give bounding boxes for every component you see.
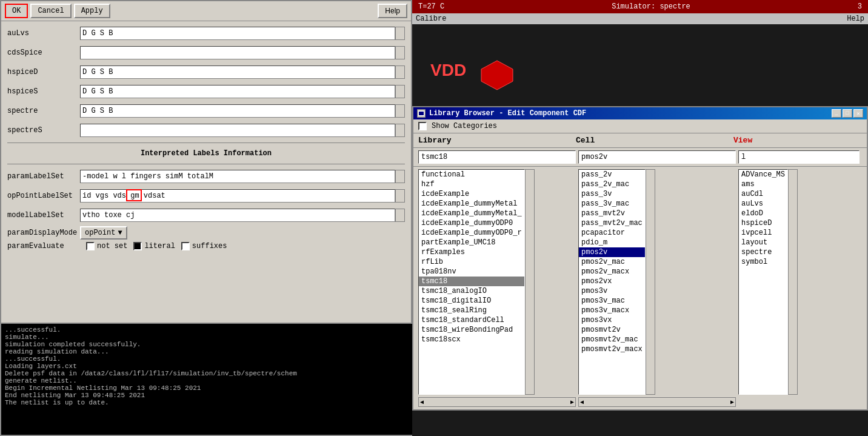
list-item[interactable]: hspiceD: [739, 218, 787, 228]
list-item[interactable]: hzf: [419, 179, 524, 189]
list-item[interactable]: pass_mvt2v: [579, 209, 645, 218]
list-item[interactable]: pmos3v: [579, 286, 645, 296]
list-item[interactable]: symbol: [739, 257, 787, 267]
list-item[interactable]: tsmc18scx: [419, 335, 524, 344]
list-item[interactable]: pmos2v_mac: [579, 257, 645, 267]
cdsspice-input[interactable]: [80, 46, 395, 59]
aulus-input[interactable]: [80, 27, 395, 40]
list-item[interactable]: functional: [419, 170, 524, 179]
lib-browser-toolbar: Show Categories: [413, 119, 867, 133]
list-item[interactable]: ADVance_MS: [739, 170, 787, 179]
list-item[interactable]: pmos2vx: [579, 277, 645, 286]
close-button[interactable]: ✕: [853, 109, 863, 118]
view-scrollbar[interactable]: [788, 169, 798, 395]
cell-bottom-scroll[interactable]: ◀ ▶: [578, 397, 736, 407]
oppoint-scrollbar: [395, 189, 405, 203]
list-item[interactable]: pass_3v: [579, 189, 645, 199]
help-button[interactable]: Help: [378, 4, 407, 18]
list-item[interactable]: tsmc18_standardCell: [419, 315, 524, 325]
lib-browser-header: Library Cell View: [413, 133, 867, 148]
list-item[interactable]: tpa018nv: [419, 267, 524, 277]
minimize-button[interactable]: _: [832, 109, 841, 118]
list-item[interactable]: tsmc18_wireBondingPad: [419, 325, 524, 335]
list-item[interactable]: eldoD: [739, 209, 787, 218]
list-item[interactable]: icdeExample_dummyMetal_: [419, 209, 524, 218]
ok-button[interactable]: OK: [5, 4, 28, 18]
spectres-input[interactable]: [80, 124, 395, 137]
library-list: functional hzf icdeExample icdeExample_d…: [418, 169, 525, 395]
list-item[interactable]: pass_2v_mac: [579, 179, 645, 189]
cancel-button[interactable]: Cancel: [30, 4, 71, 18]
help-menu-item[interactable]: Help: [847, 15, 864, 23]
cdsspice-scrollbar: [395, 46, 405, 59]
list-item[interactable]: ams: [739, 179, 787, 189]
titlebar-icon: [417, 109, 426, 118]
list-item[interactable]: pass_2v: [579, 170, 645, 179]
hspices-input[interactable]: [80, 85, 395, 98]
list-item[interactable]: pmos3vx: [579, 315, 645, 325]
list-item[interactable]: auCdl: [739, 189, 787, 199]
not-set-label: not set: [97, 242, 127, 250]
paramdisplaymode-dropdown[interactable]: opPoint ▼: [80, 226, 127, 240]
maximize-icon: □: [846, 110, 849, 116]
calibre-menu-item[interactable]: Calibre: [416, 15, 446, 23]
list-item[interactable]: tsmc18_analogIO: [419, 286, 524, 296]
right-topbar: T=27 C Simulator: spectre 3: [412, 0, 868, 13]
aulus-scrollbar: [395, 27, 405, 40]
list-item[interactable]: pass_3v_mac: [579, 199, 645, 209]
list-item[interactable]: pass_mvt2v_mac: [579, 218, 645, 228]
paramlabelset-input[interactable]: [80, 170, 395, 183]
list-item[interactable]: pmos2v_macx: [579, 267, 645, 277]
not-set-checkbox[interactable]: [86, 242, 95, 250]
list-item[interactable]: pmosmvt2v: [579, 325, 645, 335]
list-item[interactable]: partExample_UMC18: [419, 238, 524, 247]
cell-list-inner: pass_2v pass_2v_mac pass_3v pass_3v_mac …: [579, 170, 645, 394]
list-item[interactable]: icdeExample_dummyMetal: [419, 199, 524, 209]
list-item[interactable]: pmos3v_macx: [579, 306, 645, 315]
cell-input[interactable]: [578, 150, 736, 164]
list-item[interactable]: auLvs: [739, 199, 787, 209]
form-row-cdsspice: cdsSpice: [7, 44, 405, 61]
modellabelset-input-wrap: [80, 209, 405, 222]
list-item[interactable]: tsmc18_sealRing: [419, 306, 524, 315]
literal-checkbox[interactable]: [133, 242, 142, 250]
list-item[interactable]: rfExamples: [419, 247, 524, 257]
form-area: auLvs cdsSpice hspiceD hspiceS: [1, 21, 411, 257]
list-item[interactable]: pdio_m: [579, 238, 645, 247]
apply-button[interactable]: Apply: [74, 4, 110, 18]
oppoint-input[interactable]: [80, 189, 395, 203]
list-item[interactable]: rfLib: [419, 257, 524, 267]
view-input[interactable]: [738, 150, 860, 164]
log-line-7: Delete psf data in /data2/class/lfl/lfl1…: [5, 370, 410, 377]
library-input[interactable]: [418, 150, 576, 164]
list-item-pmos2v[interactable]: pmos2v: [579, 247, 645, 257]
lib-lists-area: functional hzf icdeExample icdeExample_d…: [413, 167, 867, 397]
maximize-button[interactable]: □: [843, 109, 852, 118]
list-item[interactable]: tsmc18_digitalIO: [419, 296, 524, 306]
list-item[interactable]: layout: [739, 238, 787, 247]
modellabelset-input[interactable]: [80, 209, 395, 222]
list-item[interactable]: pmos3v_mac: [579, 296, 645, 306]
library-bottom-scroll[interactable]: ◀ ▶: [418, 397, 576, 407]
list-item[interactable]: icdeExample_dummyODP0_r: [419, 228, 524, 238]
suffixes-checkbox[interactable]: [181, 242, 190, 250]
list-item[interactable]: icdeExample: [419, 189, 524, 199]
list-item-tsmc18[interactable]: tsmc18: [419, 277, 524, 286]
library-scrollbar[interactable]: [525, 169, 535, 395]
log-line-6: Loading layers.cxt: [5, 363, 410, 370]
cell-scrollbar[interactable]: [646, 169, 655, 395]
lib-browser-window: Library Browser - Edit Component CDF _ □…: [412, 106, 868, 411]
minimize-icon: _: [835, 110, 838, 116]
list-item[interactable]: pmosmvt2v_macx: [579, 344, 645, 354]
form-row-spectre: spectre: [7, 102, 405, 119]
list-item[interactable]: spectre: [739, 247, 787, 257]
list-item[interactable]: icdeExample_dummyODP0: [419, 218, 524, 228]
spectre-input[interactable]: [80, 104, 395, 118]
suffixes-label: suffixes: [192, 242, 227, 250]
list-item[interactable]: ivpcell: [739, 228, 787, 238]
list-item[interactable]: pmosmvt2v_mac: [579, 335, 645, 344]
spectres-label: spectreS: [7, 126, 80, 135]
list-item[interactable]: pcapacitor: [579, 228, 645, 238]
show-categories-checkbox[interactable]: [418, 122, 427, 130]
hspiced-input[interactable]: [80, 65, 395, 79]
